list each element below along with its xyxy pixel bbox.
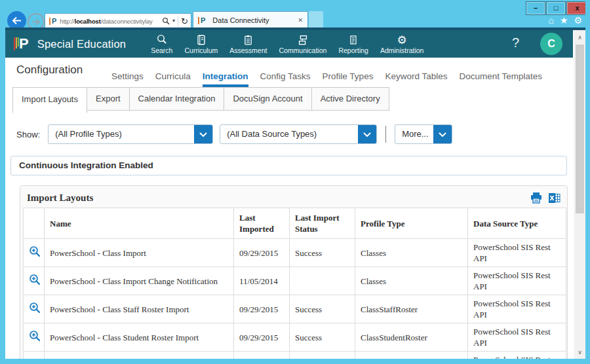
nav-item-curriculum[interactable]: Curriculum xyxy=(184,34,218,54)
table-row[interactable]: PowerSchool SIS Rest API xyxy=(24,352,566,359)
excel-export-icon[interactable] xyxy=(548,192,560,204)
home-icon[interactable]: ⌂ xyxy=(548,16,553,25)
more-select[interactable]: More... xyxy=(395,124,452,144)
nav-item-search[interactable]: Search xyxy=(151,34,172,54)
cell-last-imported: 11/05/2014 xyxy=(234,267,290,295)
panel-header: Import Layouts xyxy=(20,186,567,208)
forward-arrow-icon xyxy=(32,18,41,26)
tab-calendar-integration[interactable]: Calendar Integration xyxy=(129,87,225,111)
address-bar[interactable]: P http://localhost/dataconnectivitylay ▾… xyxy=(45,13,191,29)
config-link-keyword-tables[interactable]: Keyword Tables xyxy=(385,71,447,87)
cell-data-source-type: PowerSchool SIS Rest API xyxy=(468,267,566,295)
maximize-button[interactable]: □ xyxy=(546,1,566,15)
cell-last-imported: 09/29/2015 xyxy=(234,323,290,352)
cell-last-import-status: Success xyxy=(290,323,355,352)
cell-profile-type: ClassStudentRoster xyxy=(355,323,468,352)
cell-name xyxy=(45,352,234,359)
cell-profile-type: Classes xyxy=(355,267,468,295)
cell-profile-type: Classes xyxy=(355,239,468,267)
config-link-document-templates[interactable]: Document Templates xyxy=(459,71,542,87)
search-icon[interactable] xyxy=(162,17,170,25)
tab-export[interactable]: Export xyxy=(87,87,130,111)
cell-last-import-status: Success xyxy=(290,295,355,323)
header-icon-column xyxy=(24,208,45,239)
cell-last-imported: 09/29/2015 xyxy=(234,239,290,267)
powerschool-logo-icon: P xyxy=(14,35,29,53)
scroll-up-icon[interactable]: ∧ xyxy=(574,31,585,43)
cell-name: PowerSchool - Class Student Roster Impor… xyxy=(45,323,234,352)
url-text: http://localhost/dataconnectivitylay xyxy=(60,18,162,25)
continuous-integration-banner: Continuous Integration Enabled xyxy=(10,156,567,175)
app-title: Special Education xyxy=(37,38,127,50)
table-row[interactable]: PowerSchool - Class Import 09/29/2015 Su… xyxy=(24,239,566,267)
main-nav: Search Curriculum Assessment Communicati… xyxy=(151,34,423,54)
zoom-in-icon[interactable] xyxy=(29,330,41,342)
cell-last-import-status xyxy=(290,267,355,295)
table-row[interactable]: PowerSchool - Class Import Change Notifi… xyxy=(24,267,566,295)
window-frame-right xyxy=(585,0,590,364)
filter-divider xyxy=(385,126,386,143)
chevron-down-icon[interactable] xyxy=(194,125,212,143)
tab-import-layouts[interactable]: Import Layouts xyxy=(12,87,87,113)
page-content: Configuration Settings Curricula Integra… xyxy=(5,58,573,359)
table-row[interactable]: PowerSchool - Class Staff Roster Import … xyxy=(24,295,566,323)
app-header: P Special Education Search Curriculum As… xyxy=(5,30,573,58)
show-label: Show: xyxy=(16,130,40,139)
filter-row: Show: (All Profile Types) (All Data Sour… xyxy=(16,124,452,144)
page-title: Configuration xyxy=(16,64,83,77)
nav-item-reporting[interactable]: Reporting xyxy=(338,34,368,54)
profile-type-select[interactable]: (All Profile Types) xyxy=(48,124,213,144)
row-zoom-cell xyxy=(24,323,45,352)
config-link-integration[interactable]: Integration xyxy=(203,71,248,87)
row-zoom-cell xyxy=(24,239,45,267)
url-dropdown-icon[interactable]: ▾ xyxy=(172,18,175,24)
config-nav-row: Configuration Settings Curricula Integra… xyxy=(5,58,573,87)
cell-name: PowerSchool - Class Import xyxy=(45,239,234,267)
tab-active-directory[interactable]: Active Directory xyxy=(311,87,389,111)
header-profile-type: Profile Type xyxy=(355,208,468,239)
config-link-config-tasks[interactable]: Config Tasks xyxy=(260,71,311,87)
new-tab-stub[interactable] xyxy=(309,11,323,29)
window-frame-bottom xyxy=(0,359,590,364)
scrollbar-thumb[interactable] xyxy=(576,45,584,213)
help-button[interactable]: ? xyxy=(512,35,519,50)
settings-gear-icon[interactable]: ⚙ xyxy=(574,16,582,25)
import-layouts-table: Name Last Imported Last Import Status Pr… xyxy=(23,208,566,359)
tab-docusign-account[interactable]: DocuSign Account xyxy=(224,87,311,111)
browser-tab[interactable]: P Data Connectivity ✕ xyxy=(193,11,308,29)
header-last-imported: Last Imported xyxy=(234,208,290,239)
nav-item-communication[interactable]: Communication xyxy=(279,34,326,54)
table-row[interactable]: PowerSchool - Class Student Roster Impor… xyxy=(24,323,566,352)
zoom-in-icon[interactable] xyxy=(29,274,41,285)
cell-last-imported xyxy=(234,352,290,359)
user-avatar[interactable]: C xyxy=(540,33,562,55)
refresh-icon[interactable]: ↻ xyxy=(181,17,188,26)
chevron-down-icon[interactable] xyxy=(433,125,452,143)
config-link-settings[interactable]: Settings xyxy=(111,71,144,87)
cell-name: PowerSchool - Class Import Change Notifi… xyxy=(45,267,234,295)
scroll-down-icon[interactable]: ∨ xyxy=(574,346,585,357)
config-link-profile-types[interactable]: Profile Types xyxy=(323,71,374,87)
cell-last-import-status xyxy=(290,352,355,359)
cell-data-source-type: PowerSchool SIS Rest API xyxy=(468,323,566,352)
tab-close-icon[interactable]: ✕ xyxy=(298,17,303,24)
browser-toolbar-icons: ⌂ ★ ⚙ xyxy=(548,16,582,25)
config-link-curricula[interactable]: Curricula xyxy=(155,71,191,87)
data-source-type-select[interactable]: (All Data Source Types) xyxy=(220,124,377,144)
header-name: Name xyxy=(45,208,234,239)
book-icon xyxy=(195,34,207,46)
chevron-down-icon[interactable] xyxy=(358,125,376,143)
import-table-body: PowerSchool - Class Import 09/29/2015 Su… xyxy=(24,239,566,359)
row-zoom-cell xyxy=(24,352,45,359)
nav-item-assessment[interactable]: Assessment xyxy=(229,34,267,54)
minimize-button[interactable]: – xyxy=(526,1,545,15)
nav-item-administration[interactable]: ⚙ Administration xyxy=(380,34,424,54)
cell-profile-type xyxy=(355,352,468,359)
vertical-scrollbar[interactable]: ∧ ∨ xyxy=(573,30,585,359)
close-icon: x xyxy=(575,5,579,12)
favorites-star-icon[interactable]: ★ xyxy=(560,16,568,25)
zoom-in-icon[interactable] xyxy=(29,246,41,257)
table-header-row: Name Last Imported Last Import Status Pr… xyxy=(24,208,566,239)
print-icon[interactable] xyxy=(530,192,543,204)
zoom-in-icon[interactable] xyxy=(29,302,41,314)
